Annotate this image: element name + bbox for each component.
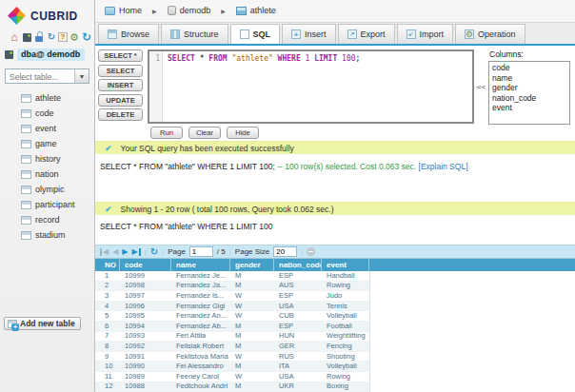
line-number: 1 (155, 54, 160, 63)
sidebar-table-item[interactable]: participant (0, 197, 94, 212)
column-header[interactable]: gender (230, 259, 274, 271)
column-item[interactable]: event (492, 103, 566, 113)
column-header[interactable]: nation_code (274, 259, 322, 271)
table-row[interactable]: 8 10992 Felisiak Robert M GER Fencing (95, 342, 369, 352)
cell-event: Boxing (322, 382, 369, 391)
table-select-dropdown[interactable]: Select table... ▼ (5, 69, 89, 84)
query-template-button[interactable]: INSERT (98, 79, 143, 91)
settings-gear-icon[interactable] (69, 31, 80, 43)
tab-sql[interactable]: SQL (230, 24, 281, 44)
table-row[interactable]: 6 10994 Fernandez Ab... M ESP Football (95, 322, 369, 332)
table-row[interactable]: 11 10989 Feeney Carol W USA Rowing (95, 372, 369, 382)
sidebar-table-item[interactable]: history (0, 151, 94, 167)
table-row[interactable]: 5 10995 Fernandez An... W CUB Volleyball (95, 311, 369, 322)
cell-no: 12 (95, 382, 120, 391)
table-row[interactable]: 3 10997 Fernandez Is... W ESP Judo (95, 291, 369, 302)
previous-page-icon[interactable] (112, 248, 118, 256)
query-template-button[interactable]: UPDATE (98, 94, 143, 107)
column-item[interactable]: name (492, 73, 566, 84)
collapse-columns-button[interactable]: << (474, 49, 488, 124)
sync-icon[interactable] (46, 31, 57, 43)
tab-export[interactable]: Export (338, 24, 395, 44)
cell-gender: M (230, 322, 274, 331)
table-row[interactable]: 12 10988 Fedtchouk Andri M UKR Boxing (95, 382, 369, 392)
cell-nation-code: USA (274, 302, 322, 311)
table-name: olympic (35, 185, 65, 194)
cell-no: 11 (95, 372, 120, 382)
operation-wrench-icon (465, 29, 474, 39)
query-template-button[interactable]: SELECT (98, 65, 143, 77)
table-name: athlete (35, 93, 61, 103)
last-page-icon[interactable] (131, 248, 140, 256)
breadcrumb-database[interactable]: demodb (168, 6, 211, 15)
query-template-button[interactable]: SELECT * (98, 49, 143, 62)
tab-import[interactable]: Import (397, 24, 454, 44)
run-button[interactable]: Run (150, 127, 183, 139)
sidebar-table-item[interactable]: stadium (0, 227, 94, 243)
db-connection[interactable]: dba@ demodb (3, 49, 92, 61)
reload-icon[interactable] (81, 31, 92, 43)
table-row[interactable]: 1 10999 Fernandez Je... M ESP Handball (95, 271, 369, 282)
console-icon[interactable] (23, 33, 31, 42)
tab-browse[interactable]: Browse (98, 24, 159, 44)
refresh-results-icon[interactable] (150, 247, 158, 257)
column-header[interactable]: code (120, 259, 171, 271)
column-item[interactable]: code (492, 63, 566, 73)
sidebar-table-item[interactable]: athlete (0, 90, 94, 106)
next-page-icon[interactable] (122, 248, 128, 256)
query-template-button[interactable]: DELETE (98, 108, 143, 121)
table-icon (21, 94, 31, 103)
table-row[interactable]: 4 10996 Fernandez Gigi W USA Tennis (95, 302, 369, 312)
lock-icon[interactable] (33, 31, 45, 43)
cell-no: 7 (95, 331, 120, 341)
cell-name: Fernandez An... (171, 311, 230, 321)
cell-gender: W (230, 291, 274, 301)
column-header[interactable]: NO (95, 259, 120, 271)
columns-listbox[interactable]: codenamegendernation_codeevent (488, 61, 570, 125)
success-message-bar: Your SQL query has been executed success… (95, 141, 575, 154)
breadcrumb-home[interactable]: Home (105, 6, 142, 15)
cell-code: 10993 (120, 331, 171, 341)
chevron-down-icon[interactable]: ▼ (74, 69, 89, 83)
first-page-icon[interactable] (100, 248, 109, 256)
sidebar-table-item[interactable]: olympic (0, 182, 94, 197)
table-name: stadium (35, 230, 66, 240)
tab-structure[interactable]: Structure (161, 24, 228, 44)
cell-nation-code: USA (274, 372, 322, 382)
table-row[interactable]: 7 10993 Feri Attila M HUN Weightlifting (95, 332, 369, 343)
help-icon[interactable] (58, 32, 68, 42)
page-size-input[interactable] (273, 246, 297, 257)
home-icon[interactable] (9, 31, 20, 43)
sql-editor[interactable]: 1 SELECT * FROM "athlete" WHERE 1 LIMIT … (148, 49, 474, 124)
table-row[interactable]: 2 10998 Fernandez Ja... M AUS Rowing (95, 282, 369, 292)
sidebar-table-item[interactable]: record (0, 212, 94, 227)
column-header[interactable]: name (171, 259, 230, 271)
cell-event: Volleyball (322, 311, 369, 321)
tab-insert[interactable]: Insert (282, 24, 336, 44)
cell-name: Fei Alessandro (171, 362, 230, 371)
breadcrumb-table[interactable]: athlete (236, 6, 276, 15)
clear-button[interactable]: Clear (188, 127, 221, 139)
add-new-table-button[interactable]: Add new table (4, 317, 81, 330)
hide-button[interactable]: Hide (227, 127, 259, 139)
sidebar-table-item[interactable]: game (0, 136, 94, 151)
table-row[interactable]: 9 10991 Feklistova Maria W RUS Shooting (95, 352, 369, 363)
sidebar-table-item[interactable]: nation (0, 167, 94, 182)
column-item[interactable]: nation_code (492, 93, 566, 104)
page-label: Page (168, 247, 186, 256)
cell-event: Rowing (322, 372, 369, 382)
add-table-label: Add new table (20, 319, 75, 328)
cell-gender: M (230, 331, 274, 341)
sql-code-line[interactable]: SELECT * FROM "athlete" WHERE 1 LIMIT 10… (163, 51, 360, 122)
column-item[interactable]: gender (492, 83, 566, 93)
page-number-input[interactable] (189, 246, 213, 257)
cell-gender: M (230, 382, 274, 391)
sidebar-table-item[interactable]: event (0, 121, 94, 136)
explain-sql-link[interactable]: [Explain SQL] (419, 162, 468, 171)
columns-panel: Columns: codenamegendernation_codeevent (488, 49, 570, 124)
remove-row-icon[interactable] (307, 247, 315, 256)
sidebar-table-item[interactable]: code (0, 106, 94, 121)
tab-operation[interactable]: Operation (455, 24, 525, 44)
column-header[interactable]: event (322, 259, 369, 271)
table-row[interactable]: 10 10990 Fei Alessandro M ITA Volleyball (95, 362, 369, 372)
